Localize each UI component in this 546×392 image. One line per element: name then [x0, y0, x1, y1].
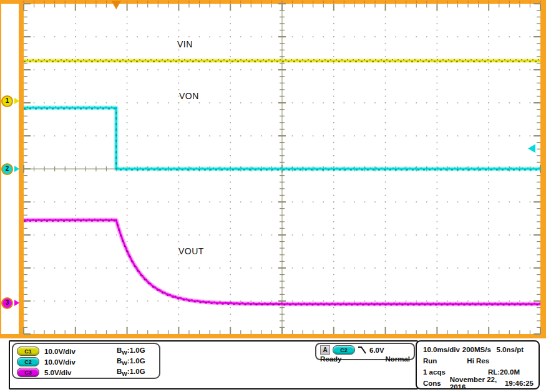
timestamp-row: Cons November 22, 2016 19:46:25 — [423, 378, 534, 389]
channel1-marker-arrow-icon — [14, 98, 19, 104]
channel3-readout-row[interactable]: C3 5.0V/div BW:1.0G — [17, 367, 159, 378]
trigger-source-badge[interactable]: C2 — [333, 345, 355, 355]
sample-rate: 200MS/s — [462, 346, 491, 353]
timebase-row: 10.0ms/div 200MS/s 5.0ns/pt — [423, 344, 534, 355]
trigger-position-marker[interactable] — [111, 1, 121, 9]
channel2-readout-row[interactable]: C2 10.0V/div BW:1.0G — [17, 356, 159, 367]
channel2-scale: 10.0V/div — [44, 358, 112, 366]
channel1-badge[interactable]: C1 — [17, 347, 39, 356]
channel2-bandwidth: BW:1.0G — [117, 357, 145, 366]
vin-label: VIN — [177, 39, 193, 49]
channel2-marker-arrow-icon — [14, 166, 19, 172]
channel3-marker-number: 3 — [1, 297, 13, 309]
run-state: Run — [423, 357, 437, 365]
channel3-reference-marker[interactable]: 3 — [1, 297, 22, 308]
trigger-mode: Normal — [385, 355, 410, 363]
trigger-a-badge: A — [320, 345, 330, 355]
status-left-container: C1 10.0V/div BW:1.0G C2 10.0V/div BW:1.0… — [9, 340, 418, 390]
acquisition-mode: Hi Res — [467, 357, 489, 365]
channel1-reference-marker[interactable]: 1 — [1, 95, 22, 107]
channel2-marker-number: 2 — [1, 163, 13, 175]
status-bar: C1 10.0V/div BW:1.0G C2 10.0V/div BW:1.0… — [0, 338, 546, 392]
trigger-level: 6.0V — [369, 347, 384, 354]
graticule-and-traces — [0, 0, 546, 338]
trigger-readout[interactable]: A C2 6.0V Ready Normal — [315, 343, 415, 360]
falling-edge-icon — [358, 345, 367, 355]
trigger-settings-row: A C2 6.0V — [320, 345, 410, 355]
acquisition-readout[interactable]: 10.0ms/div 200MS/s 5.0ns/pt Run Hi Res 1… — [416, 340, 540, 390]
channel-readouts[interactable]: C1 10.0V/div BW:1.0G C2 10.0V/div BW:1.0… — [12, 343, 160, 379]
channel1-marker-number: 1 — [1, 95, 13, 107]
cons-label: Cons — [423, 380, 441, 387]
sample-resolution: 5.0ns/pt — [497, 346, 524, 353]
vout-label: VOUT — [178, 246, 204, 256]
timebase-scale: 10.0ms/div — [423, 346, 460, 353]
channel2-badge[interactable]: C2 — [17, 357, 39, 366]
channel3-bandwidth: BW:1.0G — [117, 368, 145, 377]
channel3-badge[interactable]: C3 — [17, 368, 39, 377]
channel3-marker-arrow-icon — [14, 300, 19, 306]
acquisition-count: 1 acqs — [423, 368, 446, 376]
run-state-row: Run Hi Res — [423, 355, 534, 366]
von-label: VON — [179, 91, 199, 101]
channel2-reference-marker[interactable]: 2 — [1, 163, 22, 174]
trigger-status: Ready — [320, 355, 342, 363]
time-text: 19:46:25 — [505, 380, 534, 387]
trigger-level-marker[interactable] — [528, 144, 535, 153]
waveform-display: VIN VON VOUT 1 2 3 — [0, 0, 546, 338]
channel1-bandwidth: BW:1.0G — [117, 347, 145, 356]
channel1-scale: 10.0V/div — [44, 348, 112, 355]
channel3-scale: 5.0V/div — [44, 369, 112, 376]
record-length: RL:20.0M — [488, 368, 520, 376]
oscilloscope-screen: VIN VON VOUT 1 2 3 C1 10.0V/div BW:1.0G — [0, 0, 546, 392]
trigger-status-row: Ready Normal — [320, 355, 410, 363]
date-text: November 22, 2016 — [450, 376, 505, 391]
channel1-readout-row[interactable]: C1 10.0V/div BW:1.0G — [17, 346, 159, 356]
